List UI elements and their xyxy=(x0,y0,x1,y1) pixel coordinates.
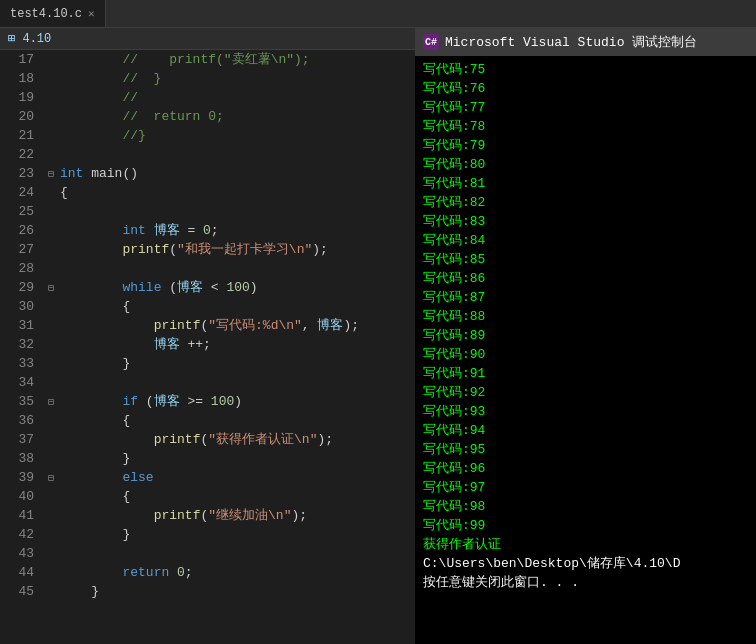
code-line-37: printf("获得作者认证\n"); xyxy=(60,430,415,449)
gutter-cell xyxy=(42,183,60,202)
line-num: 36 xyxy=(0,411,34,430)
code-text: { xyxy=(60,183,68,202)
console-title: Microsoft Visual Studio 调试控制台 xyxy=(445,33,697,51)
code-text: >= xyxy=(180,392,211,411)
code-text: ( xyxy=(200,316,208,335)
console-line: 写代码:84 xyxy=(423,231,748,250)
console-line: 写代码:94 xyxy=(423,421,748,440)
code-line-21: //} xyxy=(60,126,415,145)
line-num: 43 xyxy=(0,544,34,563)
console-line: 写代码:90 xyxy=(423,345,748,364)
code-line-30: { xyxy=(60,297,415,316)
code-content: 17 18 19 20 21 22 23 24 25 26 27 28 29 3… xyxy=(0,50,415,644)
code-line-41: printf("继续加油\n"); xyxy=(60,506,415,525)
line-num: 39 xyxy=(0,468,34,487)
code-text: "写代码:%d\n" xyxy=(208,316,302,335)
console-line: 写代码:82 xyxy=(423,193,748,212)
console-line: 写代码:83 xyxy=(423,212,748,231)
code-text: ( xyxy=(138,392,154,411)
code-text: { xyxy=(60,411,130,430)
gutter: ⊟ ⊟ ⊟ ⊟ xyxy=(42,50,60,644)
main-area: ⊞ 4.10 17 18 19 20 21 22 23 24 25 26 27 … xyxy=(0,28,756,644)
line-num: 18 xyxy=(0,69,34,88)
console-line: 写代码:80 xyxy=(423,155,748,174)
tab-test4[interactable]: test4.10.c ✕ xyxy=(0,0,106,27)
vs-icon: C# xyxy=(423,34,439,50)
gutter-cell xyxy=(42,202,60,221)
console-line: 写代码:75 xyxy=(423,60,748,79)
line-numbers: 17 18 19 20 21 22 23 24 25 26 27 28 29 3… xyxy=(0,50,42,644)
gutter-cell xyxy=(42,354,60,373)
code-text: // xyxy=(60,88,138,107)
code-line-22 xyxy=(60,145,415,164)
console-line: C:\Users\ben\Desktop\储存库\4.10\D xyxy=(423,554,748,573)
console-line: 获得作者认证 xyxy=(423,535,748,554)
code-panel: ⊞ 4.10 17 18 19 20 21 22 23 24 25 26 27 … xyxy=(0,28,415,644)
code-text: ( xyxy=(200,430,208,449)
code-text xyxy=(60,145,68,164)
code-line-19: // xyxy=(60,88,415,107)
tab-close-button[interactable]: ✕ xyxy=(88,7,95,20)
collapse-button[interactable]: ⊟ xyxy=(42,468,60,487)
code-line-25 xyxy=(60,202,415,221)
code-text: ; xyxy=(185,563,193,582)
console-line: 写代码:96 xyxy=(423,459,748,478)
code-text: } xyxy=(60,525,130,544)
code-text xyxy=(60,468,122,487)
gutter-cell xyxy=(42,335,60,354)
code-text: 博客 xyxy=(154,221,180,240)
code-text: while xyxy=(122,278,161,297)
console-line: 写代码:86 xyxy=(423,269,748,288)
code-text: ); xyxy=(317,430,333,449)
console-output: 写代码:75 写代码:76 写代码:77 写代码:78 写代码:79 写代码:8… xyxy=(415,56,756,644)
console-line: 写代码:97 xyxy=(423,478,748,497)
line-num: 24 xyxy=(0,183,34,202)
gutter-cell xyxy=(42,563,60,582)
code-text xyxy=(60,335,154,354)
console-line: 写代码:85 xyxy=(423,250,748,269)
code-text xyxy=(60,316,154,335)
code-line-34 xyxy=(60,373,415,392)
collapse-button[interactable]: ⊟ xyxy=(42,392,60,411)
gutter-cell xyxy=(42,297,60,316)
line-num: 17 xyxy=(0,50,34,69)
line-num: 25 xyxy=(0,202,34,221)
line-num: 20 xyxy=(0,107,34,126)
code-text: ++; xyxy=(180,335,211,354)
code-text: ( xyxy=(161,278,177,297)
collapse-button[interactable]: ⊟ xyxy=(42,164,60,183)
breadcrumb-text: ⊞ 4.10 xyxy=(8,31,51,46)
code-text xyxy=(60,430,154,449)
code-text: 博客 xyxy=(177,278,203,297)
code-text xyxy=(60,392,122,411)
code-line-24: { xyxy=(60,183,415,202)
code-text: //} xyxy=(60,126,146,145)
gutter-cell xyxy=(42,506,60,525)
code-text xyxy=(60,278,122,297)
code-text: ; xyxy=(211,221,219,240)
code-line-26: int 博客 = 0; xyxy=(60,221,415,240)
code-text: // return 0; xyxy=(60,107,224,126)
code-text: , xyxy=(302,316,318,335)
code-text: ); xyxy=(312,240,328,259)
code-line-45: } xyxy=(60,582,415,601)
code-text: "和我一起打卡学习\n" xyxy=(177,240,312,259)
line-num: 28 xyxy=(0,259,34,278)
code-text xyxy=(60,373,68,392)
code-lines[interactable]: // printf("卖红薯\n"); // } // // return 0;… xyxy=(60,50,415,644)
code-text: ( xyxy=(169,240,177,259)
console-panel: C# Microsoft Visual Studio 调试控制台 写代码:75 … xyxy=(415,28,756,644)
collapse-button[interactable]: ⊟ xyxy=(42,278,60,297)
code-text: ( xyxy=(200,506,208,525)
line-num: 33 xyxy=(0,354,34,373)
code-text xyxy=(60,259,68,278)
code-text: // printf("卖红薯\n"); xyxy=(60,50,310,69)
code-line-28 xyxy=(60,259,415,278)
code-line-43 xyxy=(60,544,415,563)
tab-bar: test4.10.c ✕ xyxy=(0,0,756,28)
code-line-33: } xyxy=(60,354,415,373)
code-line-38: } xyxy=(60,449,415,468)
code-text: "获得作者认证\n" xyxy=(208,430,317,449)
gutter-cell xyxy=(42,411,60,430)
code-text: printf xyxy=(154,506,201,525)
